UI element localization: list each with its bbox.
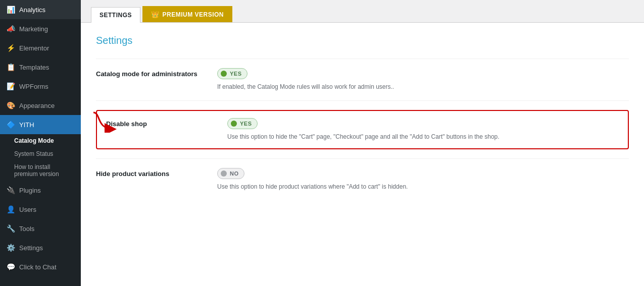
elementor-icon: ⚡ xyxy=(6,43,15,52)
sidebar-item-catalog-mode[interactable]: Catalog Mode xyxy=(0,134,81,147)
sidebar-item-system-status[interactable]: System Status xyxy=(0,147,81,160)
appearance-icon: 🎨 xyxy=(6,101,15,110)
catalog-mode-setting-row: Catalog mode for administrators YES If e… xyxy=(96,59,629,100)
sidebar-item-plugins[interactable]: 🔌 Plugins xyxy=(0,181,81,200)
catalog-mode-description: If enabled, the Catalog Mode rules will … xyxy=(217,82,629,91)
sidebar-item-label: Analytics xyxy=(19,6,45,14)
wpforms-icon: 📝 xyxy=(6,82,15,91)
disable-shop-toggle[interactable]: YES xyxy=(227,118,258,129)
sidebar-item-how-to-install[interactable]: How to install premium version xyxy=(0,160,81,181)
toggle-dot xyxy=(221,71,227,77)
sidebar-item-label: Plugins xyxy=(19,187,41,194)
sidebar-item-templates[interactable]: 📋 Templates xyxy=(0,58,81,77)
settings-icon: ⚙️ xyxy=(6,243,15,252)
sidebar: 📊 Analytics 📣 Marketing ⚡ Elementor 📋 Te… xyxy=(0,0,81,286)
hide-product-variations-description: Use this option to hide product variatio… xyxy=(217,182,629,191)
users-icon: 👤 xyxy=(6,205,15,214)
sidebar-item-label: Users xyxy=(19,206,36,213)
sidebar-item-label: Settings xyxy=(19,244,43,252)
red-arrow-icon xyxy=(91,110,119,133)
sidebar-item-settings[interactable]: ⚙️ Settings xyxy=(0,238,81,257)
main-content: SETTINGS 👑 PREMIUM VERSION Settings Cata… xyxy=(81,0,644,286)
sidebar-item-label: Elementor xyxy=(19,44,49,52)
sidebar-item-users[interactable]: 👤 Users xyxy=(0,200,81,219)
sidebar-item-elementor[interactable]: ⚡ Elementor xyxy=(0,38,81,58)
hide-product-variations-row: Hide product variations NO Use this opti… xyxy=(96,158,629,200)
marketing-icon: 📣 xyxy=(6,24,15,33)
sidebar-item-label: Appearance xyxy=(19,102,55,109)
settings-title: Settings xyxy=(96,35,629,46)
disable-shop-control: YES Use this option to hide the "Cart" p… xyxy=(227,118,619,141)
sidebar-item-label: Click to Chat xyxy=(19,263,57,271)
yith-icon: 🔷 xyxy=(6,120,15,129)
sidebar-item-appearance[interactable]: 🎨 Appearance xyxy=(0,96,81,115)
tools-icon: 🔧 xyxy=(6,224,15,233)
click-to-chat-icon: 💬 xyxy=(6,262,15,271)
plugins-icon: 🔌 xyxy=(6,186,15,195)
tab-premium-version[interactable]: 👑 PREMIUM VERSION xyxy=(142,6,232,22)
sidebar-item-wpforms[interactable]: 📝 WPForms xyxy=(0,77,81,96)
tab-settings[interactable]: SETTINGS xyxy=(91,7,140,23)
sidebar-item-label: YITH xyxy=(19,121,34,129)
hide-product-variations-label: Hide product variations xyxy=(96,168,207,178)
sidebar-item-click-to-chat[interactable]: 💬 Click to Chat xyxy=(0,257,81,276)
content-area: Settings Catalog mode for administrators… xyxy=(81,23,644,286)
templates-icon: 📋 xyxy=(6,63,15,72)
toggle-dot xyxy=(221,170,227,177)
catalog-mode-toggle[interactable]: YES xyxy=(217,68,247,79)
disable-shop-highlight-box: Disable shop YES Use this option to hide… xyxy=(96,110,629,149)
catalog-mode-label: Catalog Mode xyxy=(14,137,54,144)
hide-product-variations-toggle[interactable]: NO xyxy=(217,168,244,179)
toggle-dot xyxy=(231,121,237,127)
sidebar-item-analytics[interactable]: 📊 Analytics xyxy=(0,0,81,19)
sidebar-item-marketing[interactable]: 📣 Marketing xyxy=(0,19,81,38)
sidebar-item-label: Tools xyxy=(19,225,34,233)
sidebar-item-label: WPForms xyxy=(19,83,48,90)
sidebar-item-tools[interactable]: 🔧 Tools xyxy=(0,219,81,238)
sidebar-item-yith[interactable]: 🔷 YITH xyxy=(0,115,81,134)
settings-panel: Settings Catalog mode for administrators… xyxy=(81,23,644,212)
hide-product-variations-control: NO Use this option to hide product varia… xyxy=(217,168,629,191)
sidebar-item-label: Templates xyxy=(19,64,49,71)
analytics-icon: 📊 xyxy=(6,5,15,14)
how-to-install-label: How to install premium version xyxy=(14,163,59,178)
disable-shop-description: Use this option to hide the "Cart" page,… xyxy=(227,132,619,141)
crown-icon: 👑 xyxy=(151,11,160,18)
system-status-label: System Status xyxy=(14,150,53,157)
catalog-mode-label: Catalog mode for administrators xyxy=(96,68,207,78)
tabs-bar: SETTINGS 👑 PREMIUM VERSION xyxy=(81,0,644,23)
disable-shop-setting-row: Disable shop YES Use this option to hide… xyxy=(96,100,629,158)
disable-shop-label: Disable shop xyxy=(106,118,217,128)
sidebar-item-label: Marketing xyxy=(19,25,48,33)
catalog-mode-control: YES If enabled, the Catalog Mode rules w… xyxy=(217,68,629,91)
